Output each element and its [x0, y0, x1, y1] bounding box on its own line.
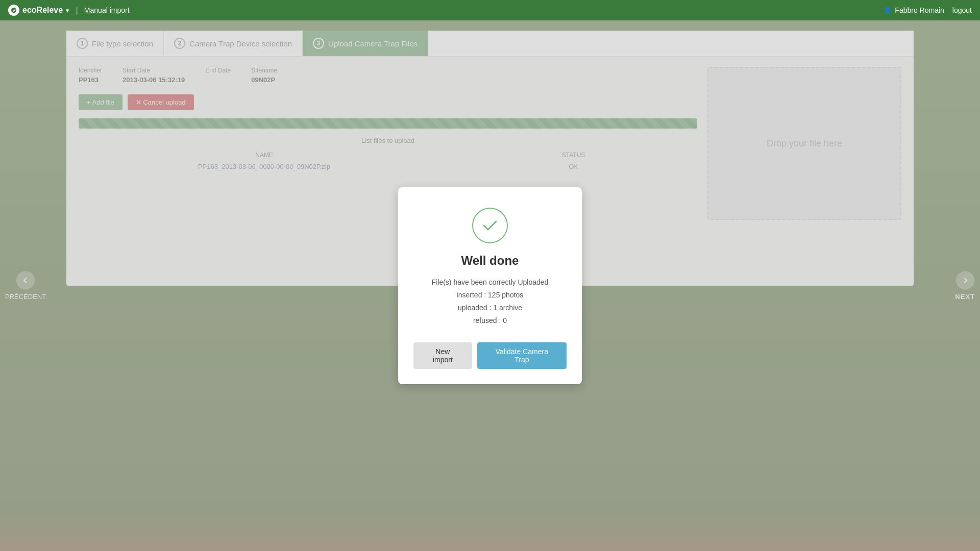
modal-msg-line4: refused : 0 — [413, 314, 567, 327]
success-icon-circle — [472, 208, 508, 243]
logout-button[interactable]: logout — [952, 6, 972, 14]
brand-name: ecoReleve — [22, 6, 63, 15]
brand-dropdown[interactable]: ▾ — [66, 7, 69, 14]
navbar: ecoReleve ▾ | Manual import 👤 Fabbro Rom… — [0, 0, 980, 20]
modal-buttons: New import Validate Camera Trap — [413, 342, 567, 369]
user-icon: 👤 — [883, 6, 892, 14]
checkmark-icon — [481, 216, 499, 235]
main-area: PRÉCÉDENT NEXT 1 File type selection 2 C… — [0, 20, 980, 551]
mode-label: Manual import — [84, 6, 130, 14]
user-info: 👤 Fabbro Romain — [883, 6, 944, 14]
modal-msg-line1: File(s) have been correctly Uploaded — [413, 276, 567, 289]
modal-overlay: Well done File(s) have been correctly Up… — [0, 20, 980, 551]
navbar-right: 👤 Fabbro Romain logout — [883, 6, 972, 14]
new-import-button[interactable]: New import — [413, 342, 472, 369]
brand: ecoReleve — [8, 5, 63, 16]
modal-msg-line3: uploaded : 1 archive — [413, 302, 567, 314]
modal-message: File(s) have been correctly Uploaded ins… — [413, 276, 567, 328]
modal-title: Well done — [413, 254, 567, 268]
logo-icon — [8, 5, 19, 16]
validate-camera-trap-button[interactable]: Validate Camera Trap — [477, 342, 567, 369]
username: Fabbro Romain — [895, 6, 944, 14]
success-modal: Well done File(s) have been correctly Up… — [398, 187, 582, 385]
modal-msg-line2: inserted : 125 photos — [413, 289, 567, 302]
